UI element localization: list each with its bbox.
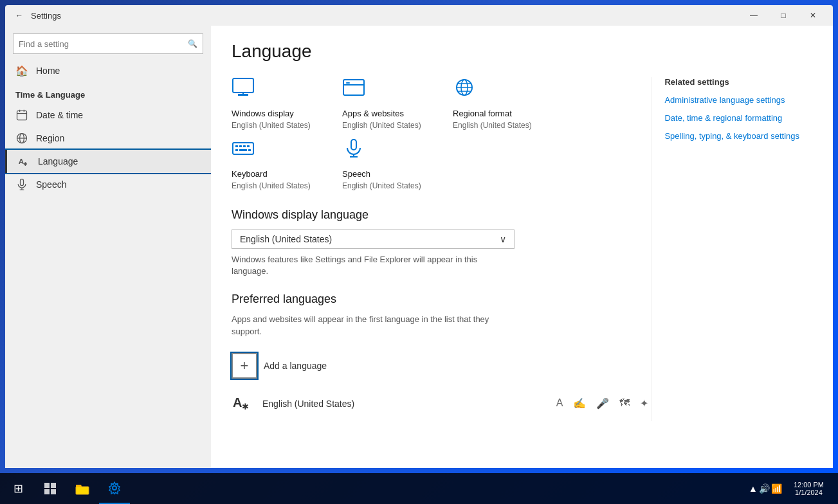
close-button[interactable]: ✕ — [798, 5, 828, 26]
speech-label: Speech — [36, 179, 66, 190]
card-regional-format[interactable]: Regional format English (United States) — [453, 77, 543, 130]
taskbar-system-tray: ▲ 🔊 📶 — [743, 483, 787, 494]
language-item-actions: A ✍ 🎤 🗺 ✦ — [554, 396, 651, 411]
svg-point-41 — [113, 486, 116, 490]
apps-websites-title: Apps & websites — [342, 109, 432, 118]
related-link-admin-lang[interactable]: Administrative language settings — [664, 94, 799, 106]
windows-display-language-section: Windows display language English (United… — [232, 208, 651, 277]
card-apps-websites[interactable]: Apps & websites English (United States) — [342, 77, 432, 130]
search-icon: 🔍 — [188, 39, 197, 48]
card-keyboard[interactable]: Keyboard English (United States) — [232, 138, 322, 190]
windows-display-language-title: Windows display language — [232, 208, 651, 222]
svg-text:A: A — [233, 395, 242, 410]
add-language-button[interactable]: + Add a language — [232, 353, 651, 379]
tray-icon-3: 📶 — [771, 483, 782, 494]
lang-action-region-icon[interactable]: 🗺 — [617, 396, 632, 411]
speech-icon — [15, 178, 28, 191]
tray-icon-2: 🔊 — [759, 483, 770, 494]
svg-rect-13 — [238, 94, 248, 96]
settings-cards-grid: Windows display English (United States) — [232, 77, 651, 130]
language-icon: A ✱ — [17, 155, 30, 168]
lang-action-more-icon[interactable]: ✦ — [637, 396, 651, 411]
back-button[interactable]: ← — [10, 6, 28, 24]
tray-icon-1: ▲ — [749, 483, 758, 494]
settings-taskbar-button[interactable] — [99, 473, 130, 504]
related-link-date-time-regional[interactable]: Date, time & regional formatting — [664, 113, 799, 124]
svg-text:✱: ✱ — [242, 402, 249, 411]
svg-rect-9 — [21, 179, 24, 186]
svg-rect-40 — [76, 487, 89, 494]
svg-rect-17 — [346, 82, 350, 84]
svg-rect-15 — [343, 80, 364, 95]
svg-rect-24 — [235, 145, 238, 147]
svg-rect-25 — [239, 145, 242, 147]
sidebar-item-region[interactable]: Region — [5, 127, 211, 150]
lang-action-handwriting-icon[interactable]: ✍ — [570, 396, 588, 411]
windows-display-subtitle: English (United States) — [232, 121, 322, 130]
language-dropdown[interactable]: English (United States) ∨ — [232, 230, 515, 249]
date-time-label: Date & time — [36, 110, 83, 120]
content-main: Windows display English (United States) — [232, 77, 651, 421]
dropdown-value: English (United States) — [240, 234, 332, 244]
chevron-down-icon: ∨ — [500, 234, 506, 244]
home-icon: 🏠 — [15, 64, 28, 77]
taskbar-clock[interactable]: 12:00 PM 1/1/2024 — [788, 481, 829, 496]
svg-rect-37 — [51, 483, 56, 488]
sidebar-item-speech[interactable]: Speech — [5, 173, 211, 196]
add-icon: + — [232, 353, 257, 379]
search-box[interactable]: 🔍 — [13, 33, 203, 54]
page-title: Language — [232, 41, 812, 62]
svg-rect-38 — [44, 489, 50, 494]
add-language-label: Add a language — [264, 361, 327, 371]
svg-rect-27 — [247, 145, 250, 147]
svg-rect-30 — [248, 149, 251, 151]
keyboard-title: Keyboard — [232, 169, 322, 179]
content-body: Windows display English (United States) — [232, 77, 812, 421]
clock-time: 12:00 PM — [794, 481, 824, 489]
show-desktop-button[interactable] — [830, 473, 835, 504]
date-time-icon — [15, 109, 28, 122]
maximize-button[interactable]: □ — [769, 5, 798, 26]
monitor-icon — [232, 77, 322, 102]
windows-display-language-desc: Windows features like Settings and File … — [232, 254, 515, 277]
browser-icon — [342, 77, 432, 102]
settings-cards-grid-2: Keyboard English (United States) — [232, 138, 651, 190]
sidebar-item-date-time[interactable]: Date & time — [5, 104, 211, 127]
preferred-languages-title: Preferred languages — [232, 292, 651, 306]
window-title: Settings — [31, 11, 739, 21]
file-explorer-button[interactable] — [67, 473, 98, 504]
preferred-languages-section: Preferred languages Apps and websites wi… — [232, 292, 651, 420]
start-button[interactable]: ⊞ — [3, 473, 33, 504]
svg-rect-23 — [233, 143, 253, 154]
search-input[interactable] — [19, 39, 188, 49]
lang-action-display-icon[interactable]: A — [554, 396, 566, 411]
svg-rect-28 — [235, 149, 238, 151]
task-view-button[interactable] — [35, 473, 66, 504]
keyboard-icon — [232, 138, 322, 163]
card-speech[interactable]: Speech English (United States) — [342, 138, 432, 190]
svg-text:✱: ✱ — [23, 161, 28, 167]
clock-date: 1/1/2024 — [795, 489, 823, 496]
regional-format-title: Regional format — [453, 109, 543, 118]
language-list-item: A ✱ English (United States) A ✍ 🎤 🗺 ✦ — [232, 386, 651, 421]
sidebar-item-home[interactable]: 🏠 Home — [5, 59, 211, 82]
taskbar: ⊞ ▲ 🔊 📶 12:00 PM 1/1/2024 — [0, 473, 838, 504]
related-link-spelling-typing[interactable]: Spelling, typing, & keyboard settings — [664, 130, 799, 142]
globe-icon — [453, 77, 543, 102]
keyboard-subtitle: English (United States) — [232, 181, 322, 190]
home-label: Home — [36, 66, 60, 76]
sidebar-section-title: Time & Language — [5, 82, 211, 104]
microphone-icon — [342, 138, 432, 163]
sidebar: 🔍 🏠 Home Time & Language Date & time — [5, 26, 211, 468]
window-controls: — □ ✕ — [739, 5, 828, 26]
sidebar-item-language[interactable]: A ✱ Language — [5, 150, 211, 173]
lang-action-speech-icon[interactable]: 🎤 — [594, 396, 612, 411]
svg-rect-12 — [233, 78, 253, 93]
svg-rect-0 — [17, 111, 27, 120]
card-windows-display[interactable]: Windows display English (United States) — [232, 77, 322, 130]
minimize-button[interactable]: — — [739, 5, 769, 26]
svg-rect-26 — [243, 145, 246, 147]
region-label: Region — [36, 133, 64, 143]
related-settings-panel: Related settings Administrative language… — [651, 77, 812, 421]
windows-display-title: Windows display — [232, 109, 322, 118]
